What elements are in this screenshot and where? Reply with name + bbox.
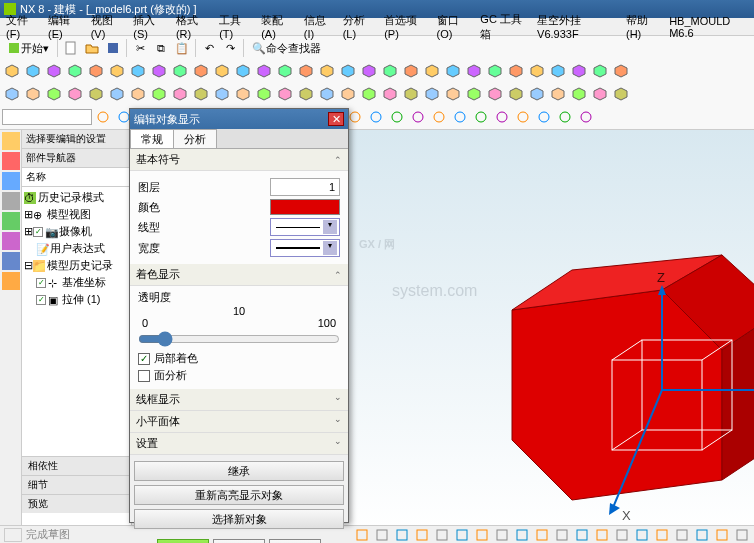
tool-icon-r3-19[interactable]	[401, 84, 421, 104]
face-analysis-checkbox[interactable]	[138, 370, 150, 382]
tool-icon-r3-12[interactable]	[254, 84, 274, 104]
nav-icon-1[interactable]	[2, 132, 20, 150]
status-tool-0[interactable]	[354, 528, 370, 542]
status-tool-16[interactable]	[674, 528, 690, 542]
close-icon[interactable]: ✕	[328, 112, 344, 126]
tool-icon-r3-2[interactable]	[44, 84, 64, 104]
tool-icon-r3-4[interactable]	[86, 84, 106, 104]
redo-icon[interactable]: ↷	[220, 38, 240, 58]
status-tool-5[interactable]	[454, 528, 470, 542]
tree-datum-coord[interactable]: ⊹基准坐标	[24, 274, 129, 291]
tab-analysis[interactable]: 分析	[173, 129, 217, 148]
save-icon[interactable]	[103, 38, 123, 58]
tool-icon-r2-26[interactable]	[548, 61, 568, 81]
tool-icon-r2-23[interactable]	[485, 61, 505, 81]
tool-icon-r2-24[interactable]	[506, 61, 526, 81]
tool-icon-r2-6[interactable]	[128, 61, 148, 81]
tree-model-history[interactable]: ⊟📁模型历史记录	[24, 257, 129, 274]
dialog-titlebar[interactable]: 编辑对象显示 ✕	[130, 109, 348, 129]
apply-button[interactable]: 应用	[213, 539, 265, 543]
tool-icon-r4-20[interactable]	[513, 107, 533, 127]
rehighlight-button[interactable]: 重新高亮显示对象	[134, 485, 344, 505]
status-tool-12[interactable]	[594, 528, 610, 542]
transparency-slider[interactable]	[138, 331, 340, 347]
tree-model-view[interactable]: ⊞⊕模型视图	[24, 206, 129, 223]
tree-user-expr[interactable]: 📝用户表达式	[24, 240, 129, 257]
tool-icon-r2-19[interactable]	[401, 61, 421, 81]
status-tool-13[interactable]	[614, 528, 630, 542]
tool-icon-r3-18[interactable]	[380, 84, 400, 104]
tool-icon-r2-9[interactable]	[191, 61, 211, 81]
tool-icon-r4-22[interactable]	[555, 107, 575, 127]
status-tool-9[interactable]	[534, 528, 550, 542]
paste-icon[interactable]: 📋	[172, 38, 192, 58]
status-tool-8[interactable]	[514, 528, 530, 542]
section-shade[interactable]: 着色显示⌃	[130, 264, 348, 286]
tool-icon-r2-17[interactable]	[359, 61, 379, 81]
panel-preview[interactable]: 预览	[22, 494, 132, 513]
status-tool-1[interactable]	[374, 528, 390, 542]
tool-icon-r4-23[interactable]	[576, 107, 596, 127]
tool-icon-r3-17[interactable]	[359, 84, 379, 104]
tool-icon-r3-1[interactable]	[23, 84, 43, 104]
local-shade-checkbox[interactable]	[138, 353, 150, 365]
tool-icon-r2-12[interactable]	[254, 61, 274, 81]
status-tool-4[interactable]	[434, 528, 450, 542]
tool-icon-r3-16[interactable]	[338, 84, 358, 104]
menu-hbmould[interactable]: HB_MOULD M6.6	[665, 14, 752, 40]
tool-icon-r4-18[interactable]	[471, 107, 491, 127]
status-tool-11[interactable]	[574, 528, 590, 542]
tool-icon-r3-20[interactable]	[422, 84, 442, 104]
tool-icon-r2-14[interactable]	[296, 61, 316, 81]
status-tool-18[interactable]	[714, 528, 730, 542]
tool-icon-r2-3[interactable]	[65, 61, 85, 81]
section-settings[interactable]: 设置⌄	[130, 433, 348, 455]
section-facet[interactable]: 小平面体⌄	[130, 411, 348, 433]
tool-icon-r3-23[interactable]	[485, 84, 505, 104]
status-tool-17[interactable]	[694, 528, 710, 542]
tree-extrude[interactable]: ▣拉伸 (1)	[24, 291, 129, 308]
nav-icon-7[interactable]	[2, 252, 20, 270]
panel-dependency[interactable]: 相依性	[22, 456, 132, 475]
tool-icon-r4-15[interactable]	[408, 107, 428, 127]
tool-icon-r2-22[interactable]	[464, 61, 484, 81]
filter-input[interactable]	[2, 109, 92, 125]
status-tool-19[interactable]	[734, 528, 750, 542]
open-icon[interactable]	[82, 38, 102, 58]
tool-icon-r4-13[interactable]	[366, 107, 386, 127]
cancel-button[interactable]: 取消	[269, 539, 321, 543]
tool-icon-r3-15[interactable]	[317, 84, 337, 104]
cut-icon[interactable]: ✂	[130, 38, 150, 58]
undo-icon[interactable]: ↶	[199, 38, 219, 58]
tool-icon-r3-14[interactable]	[296, 84, 316, 104]
tool-icon-r3-6[interactable]	[128, 84, 148, 104]
linestyle-combo[interactable]: ▾	[270, 218, 340, 236]
tool-icon-r3-26[interactable]	[548, 84, 568, 104]
tool-icon-r4-16[interactable]	[429, 107, 449, 127]
tool-icon-r4-14[interactable]	[387, 107, 407, 127]
inherit-button[interactable]: 继承	[134, 461, 344, 481]
nav-icon-4[interactable]	[2, 192, 20, 210]
tool-icon-r3-0[interactable]	[2, 84, 22, 104]
tool-icon-r3-11[interactable]	[233, 84, 253, 104]
section-basic[interactable]: 基本符号⌃	[130, 149, 348, 171]
tool-icon-r4-21[interactable]	[534, 107, 554, 127]
tool-icon-r2-16[interactable]	[338, 61, 358, 81]
tool-icon-r4-17[interactable]	[450, 107, 470, 127]
new-icon[interactable]	[61, 38, 81, 58]
tool-icon-r2-28[interactable]	[590, 61, 610, 81]
status-tool-2[interactable]	[394, 528, 410, 542]
nav-icon-3[interactable]	[2, 172, 20, 190]
tool-icon-r2-2[interactable]	[44, 61, 64, 81]
tool-icon-r2-5[interactable]	[107, 61, 127, 81]
tool-icon-r2-1[interactable]	[23, 61, 43, 81]
copy-icon[interactable]: ⧉	[151, 38, 171, 58]
panel-details[interactable]: 细节	[22, 475, 132, 494]
tree-history-mode[interactable]: ⏱历史记录模式	[24, 189, 129, 206]
tool-icon-r3-9[interactable]	[191, 84, 211, 104]
status-tool-6[interactable]	[474, 528, 490, 542]
tool-icon-r3-25[interactable]	[527, 84, 547, 104]
tool-icon-r2-20[interactable]	[422, 61, 442, 81]
tool-icon-r2-27[interactable]	[569, 61, 589, 81]
color-swatch[interactable]	[270, 199, 340, 215]
